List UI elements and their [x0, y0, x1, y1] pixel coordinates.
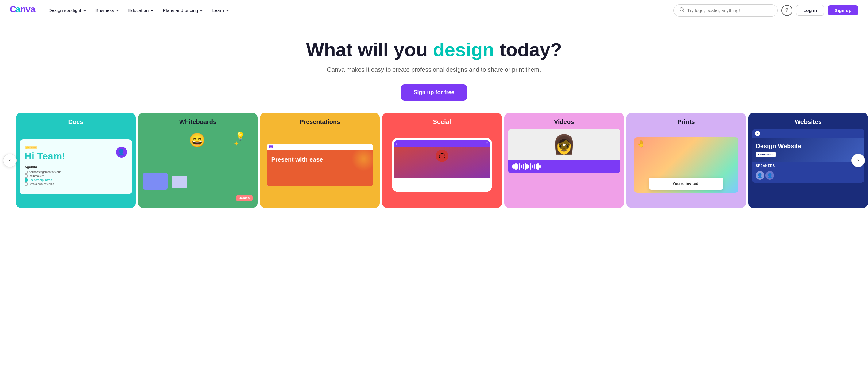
card-social-image: ⌂ ··· ⤒ ◯ Perfect your post	[382, 129, 502, 208]
card-prints[interactable]: Prints 🤚 You're invited!	[626, 113, 746, 208]
card-whiteboards-title: Whiteboards	[138, 113, 258, 129]
card-social-title: Social	[382, 113, 502, 129]
card-whiteboards-image: 😄 💡 ✦ James	[138, 129, 258, 208]
web-browser-bar: W	[752, 129, 864, 138]
card-presentations-title: Presentations	[260, 113, 380, 129]
docs-hi-text: Hi Team!	[25, 150, 65, 162]
speaker-avatar-1: 👤	[756, 171, 764, 180]
card-whiteboards[interactable]: Whiteboards 😄 💡 ✦ James	[138, 113, 258, 208]
card-websites[interactable]: Websites W Design Website Learn more SPE…	[748, 113, 868, 208]
hero-title-end: today?	[494, 39, 562, 60]
wb-emoji: 😄	[189, 132, 206, 148]
search-icon	[679, 7, 685, 14]
svg-line-4	[683, 10, 684, 12]
social-image-container: ◯	[394, 147, 490, 178]
nav-item-education[interactable]: Education	[125, 5, 158, 15]
nav-links: Design spotlight Business Education Plan…	[45, 5, 671, 15]
web-speakers-label: SPEAKERS	[752, 162, 864, 169]
cards-wrapper: Docs 🌟 Let's! Hi Team! 👤 Agenda Acknowle…	[0, 113, 868, 208]
navbar: C a nva Design spotlight Business Educat…	[0, 0, 868, 21]
card-videos[interactable]: Videos 👩 ▶	[504, 113, 624, 208]
hero-cta-button[interactable]: Sign up for free	[401, 84, 467, 101]
wb-star-icon: ✦	[234, 140, 239, 147]
social-caption: Perfect your post	[394, 178, 490, 189]
prints-invitation-card: You're invited!	[649, 178, 723, 189]
web-logo-icon: W	[755, 131, 760, 136]
docs-item-4: Breakdown of teams	[25, 182, 127, 185]
card-docs-image: 🌟 Let's! Hi Team! 👤 Agenda Acknowledgeme…	[16, 129, 136, 208]
websites-content: W Design Website Learn more SPEAKERS 👤 👤	[752, 129, 864, 183]
docs-content: 🌟 Let's! Hi Team! 👤 Agenda Acknowledgeme…	[20, 139, 132, 195]
chevron-down-icon	[225, 8, 229, 12]
pres-top-bar: ◯	[267, 143, 373, 150]
social-phone: ⌂ ··· ⤒ ◯ Perfect your post	[392, 138, 492, 192]
help-button[interactable]: ?	[781, 5, 793, 16]
nav-label-education: Education	[128, 8, 149, 13]
video-thumbnail: 👩 ▶	[508, 129, 620, 160]
nav-label-plans: Plans and pricing	[163, 8, 198, 13]
card-docs[interactable]: Docs 🌟 Let's! Hi Team! 👤 Agenda Acknowle…	[16, 113, 136, 208]
docs-agenda-title: Agenda	[25, 165, 127, 169]
docs-item-2: Ice breakers	[25, 175, 127, 178]
presentations-content: ◯ Present with ease	[267, 143, 373, 186]
hero-title-highlight: design	[433, 39, 494, 60]
card-prints-image: 🤚 You're invited!	[626, 129, 746, 208]
card-docs-title: Docs	[16, 113, 136, 129]
social-phone-top-bar: ⌂ ··· ⤒	[394, 140, 490, 147]
chevron-down-icon	[199, 8, 204, 12]
chevron-down-icon	[115, 8, 120, 12]
web-speaker-avatars: 👤 👤	[752, 169, 864, 183]
wb-rectangle-1	[143, 173, 167, 189]
chevron-down-icon	[83, 8, 87, 12]
video-content: 👩 ▶	[508, 129, 620, 173]
prints-deco-hand: 🤚	[637, 140, 645, 148]
card-videos-title: Videos	[504, 113, 624, 129]
docs-item-1: Acknowledgement of coun...	[25, 171, 127, 174]
prev-button[interactable]: ‹	[3, 154, 17, 167]
design-cards-section: ‹ Docs 🌟 Let's! Hi Team! 👤 Agenda	[0, 113, 868, 208]
pres-decoration	[351, 150, 373, 171]
card-social[interactable]: Social ⌂ ··· ⤒ ◯ Perfect your post	[382, 113, 502, 208]
card-presentations[interactable]: Presentations ◯ Present with ease	[260, 113, 380, 208]
nav-label-business: Business	[95, 8, 114, 13]
navbar-right: ? Log in Sign up	[673, 4, 858, 16]
audio-waveform	[508, 160, 620, 173]
web-page-title: Design Website	[756, 143, 861, 149]
docs-avatar: 👤	[116, 147, 127, 157]
hero-subtitle: Canva makes it easy to create profession…	[6, 66, 862, 73]
search-input[interactable]	[687, 8, 772, 13]
next-button[interactable]: ›	[851, 154, 865, 167]
hero-section: What will you design today? Canva makes …	[0, 21, 868, 113]
card-websites-title: Websites	[748, 113, 868, 129]
logo-text: C a nva	[10, 7, 37, 16]
prints-content: 🤚 You're invited!	[634, 137, 739, 192]
web-cta-button: Learn more	[756, 152, 776, 157]
nav-item-business[interactable]: Business	[92, 5, 123, 15]
svg-text:nva: nva	[20, 4, 36, 14]
logo[interactable]: C a nva	[10, 4, 37, 17]
wb-name-tag: James	[236, 195, 253, 201]
login-button[interactable]: Log in	[796, 5, 824, 15]
web-page-content: Design Website Learn more	[752, 138, 864, 162]
nav-item-plans[interactable]: Plans and pricing	[159, 5, 207, 15]
social-avatar: ◯	[436, 150, 448, 162]
wb-rectangle-2	[172, 176, 187, 188]
card-websites-image: W Design Website Learn more SPEAKERS 👤 👤	[748, 129, 868, 208]
card-presentations-image: ◯ Present with ease	[260, 129, 380, 208]
svg-text:a: a	[16, 4, 21, 14]
pres-screen: Present with ease	[267, 150, 373, 186]
nav-item-learn[interactable]: Learn	[208, 5, 233, 15]
card-videos-image: 👩 ▶	[504, 129, 624, 208]
docs-item-3: Leadership intros	[25, 178, 127, 181]
hero-title-start: What will you	[306, 39, 433, 60]
chevron-down-icon	[150, 8, 154, 12]
speaker-avatar-2: 👤	[766, 171, 774, 180]
hero-title: What will you design today?	[6, 39, 862, 60]
nav-label-learn: Learn	[212, 8, 224, 13]
video-play-button[interactable]: ▶	[559, 139, 570, 150]
nav-item-design-spotlight[interactable]: Design spotlight	[45, 5, 91, 15]
nav-label-design-spotlight: Design spotlight	[49, 8, 81, 13]
signup-button[interactable]: Sign up	[828, 5, 858, 15]
card-prints-title: Prints	[626, 113, 746, 129]
search-bar[interactable]	[673, 4, 778, 16]
